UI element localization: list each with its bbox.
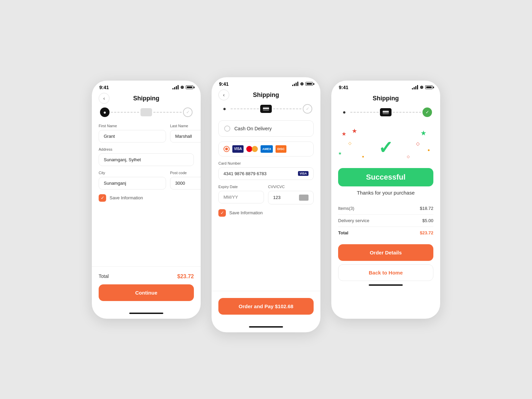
status-time-2: 9:41: [219, 81, 229, 87]
battery-icon-3: [425, 85, 433, 89]
expiry-input[interactable]: [218, 191, 264, 203]
card-number-group: Card Number 4341 9876 8879 6783 VISA: [218, 161, 314, 180]
delivery-label: Delivery service: [338, 218, 369, 223]
total-summary-label: Total: [338, 230, 348, 235]
phone-1-header: ‹ Shipping: [92, 92, 201, 107]
postcode-group: Post code: [170, 171, 201, 189]
city-post-row: City Post code: [99, 171, 194, 189]
status-icons-1: ⊛: [172, 85, 193, 90]
prog-line-3: [231, 109, 259, 109]
amex-icon: AMEX: [261, 145, 273, 153]
cvv-input-row[interactable]: 123: [268, 191, 314, 204]
discover-icon: DISC: [276, 145, 286, 153]
phone-2-header: ‹ Shipping: [212, 89, 320, 104]
expiry-label: Expiry Date: [218, 185, 264, 189]
progress-card-done-3: [380, 108, 392, 116]
items-row: Items(3) $18.72: [338, 202, 433, 215]
mastercard-icon: [246, 145, 258, 153]
save-info-label-1: Save Information: [110, 195, 143, 200]
save-info-checkbox-1[interactable]: ✓: [99, 194, 106, 202]
battery-icon: [186, 85, 193, 89]
progress-card-inactive: [140, 108, 152, 116]
first-name-label: First Name: [99, 124, 166, 128]
confetti-1: ★: [342, 131, 346, 137]
status-bar-3: 9:41 ⊛: [331, 81, 440, 92]
wifi-icon-2: ⊛: [300, 81, 304, 86]
first-name-input[interactable]: [99, 130, 166, 143]
status-bar-2: 9:41 ⊛: [212, 77, 320, 89]
city-input[interactable]: [99, 177, 166, 189]
signal-icon: [172, 85, 179, 89]
back-home-button[interactable]: Back to Home: [338, 264, 433, 281]
confetti-8: ●: [362, 154, 364, 159]
confetti-2: ◇: [348, 141, 351, 146]
total-summary-row: Total $23.72: [338, 227, 433, 239]
expiry-cvv-row: Expiry Date CVV/CVC 123: [218, 185, 314, 204]
cvv-card-icon: [299, 195, 309, 201]
progress-bar-1: ● ✓: [92, 107, 201, 124]
prog-line-4: [273, 109, 301, 109]
expiry-group: Expiry Date: [218, 185, 264, 204]
status-time-1: 9:41: [99, 85, 109, 90]
home-indicator-3: [369, 284, 403, 286]
last-name-group: Last Name: [170, 124, 201, 143]
order-summary: Items(3) $18.72 Delivery service $5.00 T…: [331, 202, 440, 239]
cod-option[interactable]: Cash On Delivery: [218, 120, 314, 137]
save-info-checkbox-2[interactable]: ✓: [218, 209, 226, 217]
postcode-label: Post code: [170, 171, 201, 175]
total-row-1: Total $23.72: [99, 273, 194, 280]
confetti-3: ★: [352, 127, 357, 135]
save-info-row-1: ✓ Save Information: [99, 194, 194, 202]
prog-line-6: [393, 112, 421, 113]
visa-badge-input: VISA: [298, 171, 309, 176]
home-indicator-1: [129, 313, 163, 314]
first-name-group: First Name: [99, 124, 166, 143]
status-icons-2: ⊛: [292, 81, 313, 86]
continue-button[interactable]: Continue: [99, 284, 194, 301]
order-details-button[interactable]: Order Details: [338, 244, 433, 261]
phone-2-content: Cash On Delivery VISA AMEX DISC Card Num…: [212, 120, 320, 291]
success-check-circle: ✓: [374, 136, 398, 160]
order-pay-button[interactable]: Order and Pay $102.68: [218, 298, 314, 315]
visa-card-icon: VISA: [232, 145, 244, 153]
total-summary-amount: $23.72: [420, 230, 433, 235]
items-amount: $18.72: [420, 206, 433, 211]
prog-line-1: [111, 112, 139, 113]
address-label: Address: [99, 147, 194, 151]
prog-line-2: [153, 112, 182, 113]
save-info-row-2: ✓ Save Information: [218, 209, 314, 217]
phone-2-bottom: Order and Pay $102.68: [212, 291, 320, 323]
home-indicator-2: [249, 326, 283, 328]
back-button-2[interactable]: ‹: [218, 89, 229, 100]
progress-card-active: [260, 105, 272, 113]
scene: 9:41 ⊛ ‹ Shipping ● ✓: [78, 47, 454, 353]
save-info-label-2: Save Information: [229, 210, 263, 215]
cvv-group: CVV/CVC 123: [268, 185, 314, 204]
postcode-input[interactable]: [170, 177, 201, 189]
back-button-1[interactable]: ‹: [99, 93, 110, 104]
phone-2: 9:41 ⊛ ‹ Shipping ● ✓: [212, 77, 320, 332]
address-group: Address: [99, 147, 194, 166]
svg-rect-1: [263, 108, 269, 109]
phone-1: 9:41 ⊛ ‹ Shipping ● ✓: [92, 81, 201, 319]
thanks-text: Thanks for your purchase: [331, 190, 440, 196]
wifi-icon-3: ⊛: [420, 85, 423, 90]
progress-location-icon: ●: [100, 107, 110, 117]
card-number-input-row[interactable]: 4341 9876 8879 6783 VISA: [218, 167, 314, 180]
confetti-6: ●: [428, 148, 430, 152]
card-options-row[interactable]: VISA AMEX DISC: [218, 142, 314, 156]
battery-icon-2: [305, 82, 313, 86]
wifi-icon: ⊛: [180, 85, 184, 90]
address-input[interactable]: [99, 153, 194, 166]
city-label: City: [99, 171, 166, 175]
status-bar-1: 9:41 ⊛: [92, 81, 201, 92]
cod-radio[interactable]: [224, 126, 230, 132]
card-radio[interactable]: [223, 146, 230, 152]
city-group: City: [99, 171, 166, 189]
success-badge: Successful: [338, 168, 433, 186]
total-label-1: Total: [99, 273, 109, 280]
last-name-input[interactable]: [170, 130, 201, 143]
card-number-value: 4341 9876 8879 6783: [223, 171, 298, 176]
svg-rect-3: [383, 111, 389, 112]
action-buttons: Order Details Back to Home: [331, 239, 440, 281]
